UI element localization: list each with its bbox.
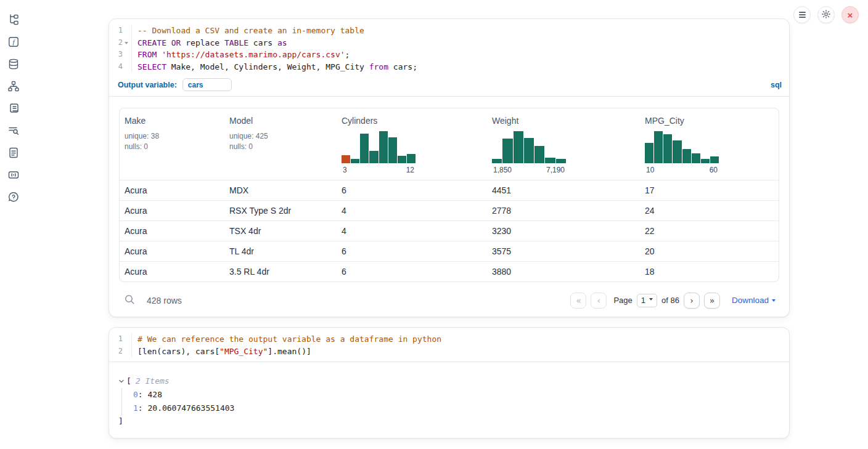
- table-cell: 3880: [487, 267, 640, 277]
- code-token: # We can reference the output variable a…: [137, 334, 441, 344]
- sidebar-item-help[interactable]: [7, 190, 20, 204]
- histogram-min-label: 10: [646, 166, 654, 174]
- histogram-bar: [673, 140, 681, 163]
- column-name: Cylinders: [342, 116, 482, 126]
- column-header-cylinders[interactable]: Cylinders312: [337, 116, 487, 174]
- histogram-bar: [654, 131, 663, 163]
- table-cell: 6: [337, 267, 487, 277]
- tree-separator: :: [138, 403, 148, 413]
- tree-entry: 1: 20.060747663551403: [133, 402, 789, 415]
- code-text: SELECT Make, Model, Cylinders, Weight, M…: [132, 61, 417, 73]
- column-stats: unique: 38nulls: 0: [125, 131, 219, 152]
- table-row[interactable]: AcuraTSX 4dr4323022: [120, 220, 779, 241]
- table-row[interactable]: Acura3.5 RL 4dr6388018: [120, 261, 779, 281]
- table-row[interactable]: AcuraTL 4dr6357520: [120, 241, 779, 261]
- column-header-weight[interactable]: Weight1,8507,190: [487, 116, 640, 174]
- column-header-model[interactable]: Modelunique: 425nulls: 0: [224, 116, 337, 174]
- code-text: FROM 'https://datasets.marimo.app/cars.c…: [132, 49, 350, 61]
- column-header-make[interactable]: Makeunique: 38nulls: 0: [120, 116, 224, 174]
- fold-spacer: [123, 28, 129, 34]
- table-cell: 6: [337, 185, 487, 195]
- code-line: 3FROM 'https://datasets.marimo.app/cars.…: [109, 49, 789, 61]
- code-text: # We can reference the output variable a…: [132, 333, 441, 346]
- sidebar-item-logs[interactable]: [7, 124, 20, 137]
- sidebar-item-file-tree[interactable]: [7, 13, 20, 26]
- first-page-button[interactable]: «: [570, 293, 586, 309]
- sidebar-item-scratchpad[interactable]: [7, 102, 20, 115]
- sidebar-item-snippets[interactable]: [7, 168, 20, 182]
- page-select-value: 1: [641, 296, 645, 305]
- sql-code-editor[interactable]: 1-- Download a CSV and create an in-memo…: [109, 19, 789, 77]
- table-cell: 2778: [487, 206, 640, 216]
- collapse-chevron-icon[interactable]: [118, 378, 125, 384]
- sidebar-item-functions[interactable]: f: [7, 35, 20, 49]
- histogram-min-label: 3: [343, 166, 347, 174]
- prev-page-button[interactable]: ‹: [591, 293, 607, 309]
- search-icon: [124, 294, 135, 307]
- sidebar-item-documentation[interactable]: [7, 146, 20, 160]
- table-cell: 4: [337, 206, 487, 216]
- code-line: 1# We can reference the output variable …: [109, 333, 789, 346]
- output-variable-input[interactable]: [182, 78, 232, 91]
- line-gutter: 1: [109, 333, 132, 346]
- logs-search-icon: [7, 124, 20, 137]
- histogram-bar: [534, 146, 544, 163]
- line-gutter: 2: [109, 346, 132, 358]
- gear-icon: [821, 9, 831, 21]
- table-cell: MDX: [224, 185, 337, 195]
- histogram-bar: [682, 149, 691, 163]
- table-cell: 6: [337, 246, 487, 256]
- last-page-button[interactable]: »: [704, 293, 720, 309]
- table-cell: 20: [640, 246, 779, 256]
- histogram-bar: [360, 134, 369, 163]
- next-page-button[interactable]: ›: [684, 293, 700, 309]
- line-number: 2: [118, 37, 123, 49]
- python-cell-output: [ 2 Items 0: 4281: 20.060747663551403 ]: [109, 362, 789, 427]
- table-row[interactable]: AcuraMDX6445117: [120, 180, 779, 200]
- code-line: 2CREATE OR replace TABLE cars as: [109, 37, 789, 49]
- python-code-editor[interactable]: 1# We can reference the output variable …: [109, 328, 789, 362]
- language-badge[interactable]: sql: [771, 81, 782, 89]
- histogram-bar: [342, 155, 350, 163]
- histogram-bar: [398, 156, 406, 163]
- table-cell: Acura: [120, 267, 224, 277]
- chevron-down-icon: [125, 42, 128, 46]
- line-gutter: 2: [109, 37, 132, 49]
- sidebar-item-datasources[interactable]: [7, 57, 20, 71]
- histogram-bar: [502, 139, 512, 163]
- column-histogram: 1,8507,190: [492, 131, 566, 174]
- close-icon: ×: [848, 10, 853, 20]
- fold-chevron-icon[interactable]: [123, 39, 129, 46]
- line-number: 1: [118, 333, 123, 346]
- python-cell: 1# We can reference the output variable …: [108, 327, 790, 439]
- sidebar-item-dependency-graph[interactable]: [7, 79, 20, 93]
- stat-unique: unique: 425: [229, 131, 332, 142]
- shutdown-button[interactable]: ×: [841, 6, 859, 23]
- page-select[interactable]: 1: [637, 294, 657, 307]
- code-token: from: [369, 62, 388, 71]
- histogram-bar: [388, 137, 397, 163]
- histogram-bar: [407, 154, 416, 163]
- close-bracket: ]: [118, 415, 789, 427]
- histogram-labels: 312: [342, 166, 416, 174]
- histogram-bar: [692, 153, 700, 163]
- code-token: as: [277, 38, 287, 47]
- data-table: Makeunique: 38nulls: 0Modelunique: 425nu…: [119, 108, 779, 282]
- histogram-max-label: 7,190: [546, 166, 565, 174]
- stat-nulls: nulls: 0: [229, 142, 332, 152]
- code-token: 'https://datasets.marimo.app/cars.csv': [162, 50, 345, 59]
- code-token: [157, 50, 162, 59]
- table-row[interactable]: AcuraRSX Type S 2dr4277824: [120, 200, 779, 220]
- line-number: 4: [118, 61, 123, 73]
- column-header-mpg_city[interactable]: MPG_City1060: [640, 116, 779, 174]
- items-count-label: 2 Items: [136, 374, 170, 387]
- settings-button[interactable]: [817, 6, 835, 23]
- open-bracket: [: [126, 374, 131, 387]
- menu-button[interactable]: [793, 6, 811, 23]
- table-search-button[interactable]: [123, 294, 136, 307]
- dependency-graph-icon: [7, 80, 20, 92]
- column-histogram: 312: [342, 131, 416, 174]
- histogram-labels: 1060: [645, 166, 719, 174]
- download-button[interactable]: Download: [732, 296, 776, 305]
- table-cell: Acura: [120, 206, 224, 216]
